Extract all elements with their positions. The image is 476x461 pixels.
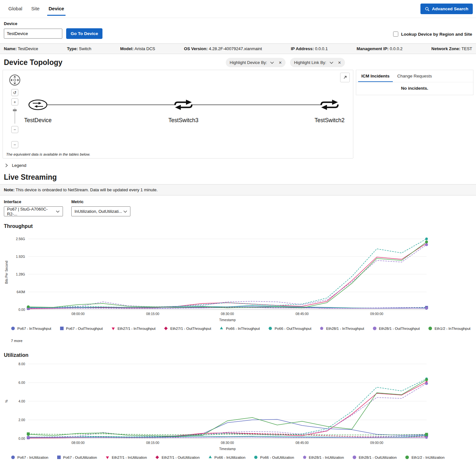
tab-change-requests[interactable]: Change Requests	[394, 70, 435, 82]
search-icon	[425, 7, 429, 11]
zoom-slider-handle[interactable]	[13, 109, 17, 111]
tab-icm-incidents[interactable]: ICM Incidents	[358, 70, 393, 82]
chevron-down-icon	[56, 210, 60, 213]
node-label-testdevice[interactable]: TestDevice	[24, 117, 52, 124]
svg-text:08:00:00: 08:00:00	[72, 441, 85, 445]
utilization-legend: Po67 - InUtilizationPo67 - OutUtilizatio…	[3, 455, 473, 461]
zoom-in-button[interactable]: +	[11, 98, 18, 105]
router-icon[interactable]	[29, 100, 47, 110]
go-to-device-button[interactable]: Go To Device	[66, 28, 102, 39]
reset-view-button[interactable]: ↺	[11, 89, 18, 96]
tab-global[interactable]: Global	[4, 0, 27, 18]
legend-marker-icon	[303, 455, 307, 459]
series-line[interactable]	[28, 243, 427, 309]
lookup-checkbox-label: Lookup Device by Region and Site	[401, 32, 472, 37]
legend-marker-icon	[57, 455, 61, 459]
svg-text:1.92G: 1.92G	[16, 255, 25, 258]
lookup-checkbox[interactable]	[393, 32, 398, 37]
legend-item[interactable]: Eth28/1 - OutUtilization	[352, 455, 397, 459]
legend-marker-icon	[254, 455, 258, 459]
interface-select[interactable]: Po67 | StuG-A7060C-R2-...	[4, 206, 63, 216]
legend-item[interactable]: Po67 - InUtilization	[11, 455, 48, 459]
series-line[interactable]	[28, 239, 427, 308]
svg-text:%: %	[5, 400, 8, 402]
legend-item[interactable]: Eth1/2 - InThroughput	[428, 326, 471, 330]
utilization-chart-title: Utilization	[4, 352, 472, 358]
zoom-slider[interactable]	[14, 108, 15, 124]
throughput-chart[interactable]: 0.00640M1.28G1.92G2.56G08:00:0008:15:000…	[0, 230, 476, 346]
info-name: Name: TestDevice	[4, 46, 38, 51]
topology-footnote: The equivalent data is available in the …	[6, 152, 90, 156]
chevron-down-icon	[123, 210, 127, 213]
legend-item[interactable]: Po67 - InThroughput	[11, 326, 51, 330]
legend-item[interactable]: Po66 - InUtilization	[208, 455, 246, 459]
legend-marker-icon	[164, 326, 168, 330]
highlight-device-dropdown[interactable]: Highlight Device By: ✕	[226, 58, 286, 67]
legend-marker-icon	[428, 326, 432, 330]
device-search-input[interactable]	[4, 29, 62, 39]
legend-item[interactable]: Eth28/1 - InUtilization	[303, 455, 344, 459]
switch-icon[interactable]	[321, 100, 338, 110]
utilization-chart[interactable]: 0.002.004.006.008.0008:00:0008:15:0008:3…	[0, 359, 476, 461]
metric-label: Metric	[71, 199, 130, 204]
tab-device[interactable]: Device	[44, 0, 68, 18]
info-model: Model: Arista DCS	[120, 46, 155, 51]
series-line[interactable]	[28, 380, 427, 436]
clear-highlight-device-icon[interactable]: ✕	[277, 60, 282, 65]
legend-more[interactable]: 7 more	[11, 339, 22, 343]
zoom-out-button[interactable]: −	[11, 126, 18, 133]
topology-viewport[interactable]: ↺ + − −	[3, 70, 353, 158]
info-management-ip: Management IP: 0.0.0.2	[357, 46, 402, 51]
switch-icon[interactable]	[175, 100, 192, 110]
chevron-down-icon	[270, 61, 274, 64]
throughput-plot[interactable]: 0.00640M1.28G1.92G2.56G08:00:0008:15:000…	[3, 230, 472, 324]
series-line[interactable]	[28, 384, 427, 438]
svg-text:08:45:00: 08:45:00	[295, 312, 309, 316]
series-line[interactable]	[28, 382, 427, 438]
legend-item[interactable]: Po66 - OutThroughput	[268, 326, 311, 330]
legend-item[interactable]: Eth27/1 - InThroughput	[111, 326, 155, 330]
svg-text:4.00: 4.00	[19, 399, 25, 403]
legend-item[interactable]: Eth28/1 - OutThroughput	[373, 326, 420, 330]
legend-item[interactable]: Po67 - OutThroughput	[60, 326, 103, 330]
chevron-right-icon	[5, 163, 8, 167]
topology-canvas[interactable]	[3, 70, 353, 158]
utilization-plot[interactable]: 0.002.004.006.008.0008:00:0008:15:0008:3…	[3, 359, 472, 453]
series-line[interactable]	[28, 379, 427, 437]
legend-item[interactable]: Eth28/1 - InThroughput	[320, 326, 364, 330]
svg-text:Bits Per Second: Bits Per Second	[5, 261, 8, 284]
tab-site[interactable]: Site	[27, 0, 44, 18]
svg-text:08:30:00: 08:30:00	[221, 441, 234, 445]
legend-marker-icon	[219, 326, 224, 330]
legend-item[interactable]: Po67 - OutUtilization	[57, 455, 97, 459]
clear-highlight-link-icon[interactable]: ✕	[337, 60, 341, 65]
topology-legend-toggle[interactable]: Legend	[0, 158, 476, 171]
device-search-section: Device Go To Device Lookup Device by Reg…	[0, 18, 476, 43]
svg-text:08:45:00: 08:45:00	[295, 441, 309, 445]
node-label-testswitch2[interactable]: TestSwitch2	[314, 117, 344, 124]
svg-text:2.00: 2.00	[19, 418, 25, 422]
legend-item[interactable]: Eth27/1 - InUtilization	[105, 455, 147, 459]
legend-toggle-label: Legend	[12, 163, 26, 168]
node-label-testswitch3[interactable]: TestSwitch3	[168, 117, 198, 124]
advanced-search-button[interactable]: Advanced Search	[420, 4, 473, 14]
legend-item[interactable]: Eth27/1 - OutThroughput	[164, 326, 211, 330]
expand-topology-button[interactable]	[340, 73, 350, 82]
pan-compass-control[interactable]	[8, 73, 22, 87]
legend-item[interactable]: Eth27/1 - OutUtilization	[155, 455, 199, 459]
legend-item[interactable]: Po66 - OutUtilization	[254, 455, 294, 459]
series-line[interactable]	[28, 242, 427, 308]
note-label: Note:	[4, 187, 14, 192]
legend-item[interactable]: Po66 - InThroughput	[219, 326, 260, 330]
highlight-link-dropdown[interactable]: Highlight Link By: ✕	[290, 58, 345, 67]
svg-text:640M: 640M	[17, 290, 25, 294]
series-line[interactable]	[28, 245, 427, 308]
svg-text:08:00:00: 08:00:00	[72, 312, 85, 316]
info-type: Type: Switch	[67, 46, 92, 51]
device-info-bar: Name: TestDevice Type: Switch Model: Ari…	[0, 43, 476, 54]
metric-select[interactable]: InUtilization, OutUtilizati...	[71, 206, 130, 216]
chevron-down-icon	[330, 61, 333, 64]
legend-item[interactable]: Eth1/2 - InUtilization	[405, 455, 445, 459]
interface-label: Interface	[4, 199, 63, 204]
zoom-out-secondary-button[interactable]: −	[11, 141, 18, 148]
